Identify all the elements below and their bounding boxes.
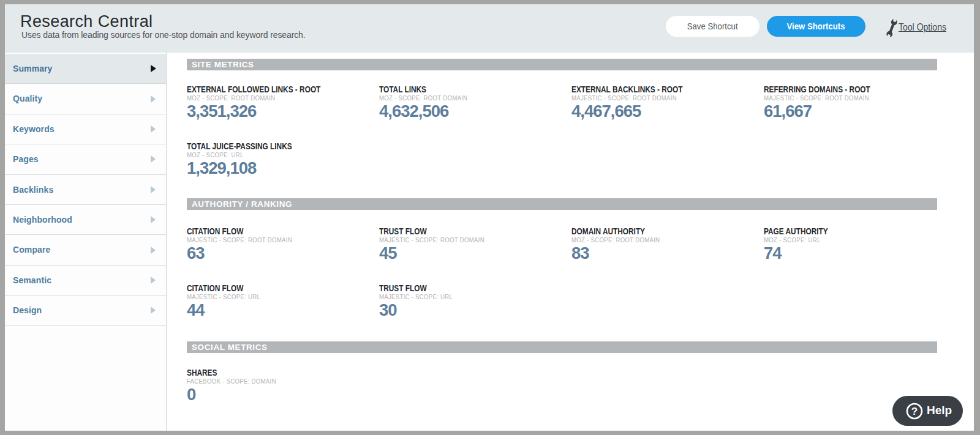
svg-text:?: ? — [911, 406, 918, 417]
